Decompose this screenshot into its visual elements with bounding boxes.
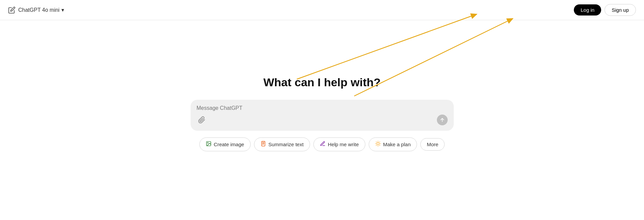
brand-title: ChatGPT 4o mini ▾ bbox=[18, 7, 64, 13]
summarize-text-icon bbox=[260, 141, 266, 148]
create-image-button[interactable]: Create image bbox=[199, 137, 251, 151]
help-write-icon bbox=[320, 141, 326, 148]
signup-button[interactable]: Sign up bbox=[605, 4, 636, 16]
make-plan-icon bbox=[375, 141, 381, 148]
brand-name: ChatGPT 4o mini bbox=[18, 7, 59, 13]
chevron-down-icon: ▾ bbox=[61, 7, 64, 13]
brand-area[interactable]: ChatGPT 4o mini ▾ bbox=[8, 6, 64, 14]
svg-point-7 bbox=[376, 142, 379, 145]
make-plan-label: Make a plan bbox=[383, 142, 411, 147]
send-button[interactable] bbox=[437, 115, 448, 125]
attach-button[interactable] bbox=[197, 115, 207, 125]
svg-point-2 bbox=[207, 142, 208, 143]
more-button[interactable]: More bbox=[420, 138, 445, 151]
message-input[interactable] bbox=[197, 105, 448, 111]
more-label: More bbox=[427, 142, 438, 147]
login-button[interactable]: Log in bbox=[574, 4, 601, 15]
summarize-text-button[interactable]: Summarize text bbox=[254, 137, 310, 151]
make-plan-button[interactable]: Make a plan bbox=[369, 137, 417, 151]
quick-actions-bar: Create image Summarize text Help me writ… bbox=[199, 137, 445, 151]
edit-icon bbox=[8, 6, 16, 14]
create-image-icon bbox=[206, 141, 212, 148]
message-input-box bbox=[191, 100, 454, 131]
header-actions: Log in Sign up bbox=[574, 4, 636, 16]
svg-line-14 bbox=[376, 145, 376, 146]
svg-line-11 bbox=[380, 145, 380, 146]
create-image-label: Create image bbox=[214, 142, 244, 147]
help-write-label: Help me write bbox=[328, 142, 359, 147]
main-heading: What can I help with? bbox=[263, 76, 381, 89]
input-toolbar bbox=[197, 115, 448, 125]
header: ChatGPT 4o mini ▾ Log in Sign up bbox=[0, 0, 644, 20]
paperclip-icon bbox=[198, 116, 205, 124]
summarize-text-label: Summarize text bbox=[269, 142, 304, 147]
help-write-button[interactable]: Help me write bbox=[313, 137, 365, 151]
svg-line-10 bbox=[376, 142, 376, 142]
main-content: What can I help with? bbox=[0, 20, 644, 220]
svg-line-15 bbox=[380, 142, 380, 142]
send-icon bbox=[440, 117, 445, 123]
